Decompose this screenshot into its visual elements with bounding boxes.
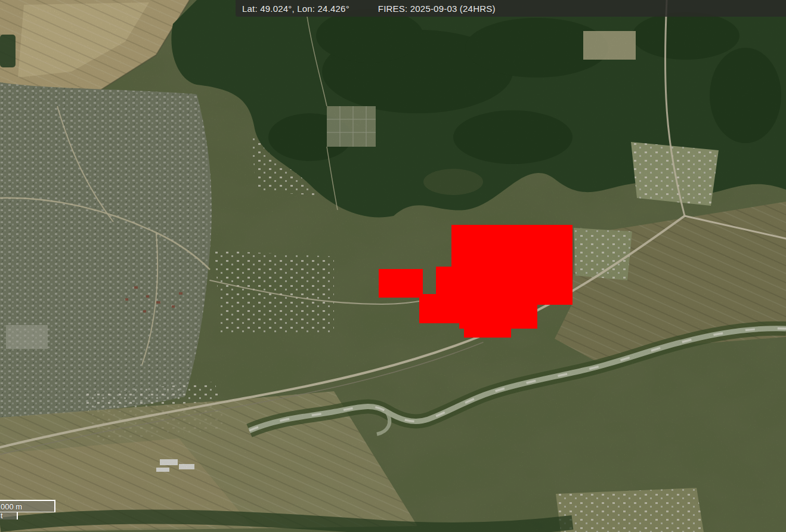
scale-bar: 000 m t bbox=[0, 500, 55, 519]
coordinate-readout: Lat: 49.024°, Lon: 24.426° bbox=[242, 4, 349, 14]
satellite-basemap[interactable] bbox=[0, 0, 786, 532]
scale-metric-label: 000 m bbox=[1, 502, 22, 511]
scale-bar-metric: 000 m bbox=[0, 500, 55, 512]
scale-bar-imperial: t bbox=[0, 512, 18, 519]
fires-date-label: FIRES: 2025-09-03 (24HRS) bbox=[378, 4, 496, 14]
map-info-bar: Lat: 49.024°, Lon: 24.426° FIRES: 2025-0… bbox=[236, 0, 786, 17]
fire-map-viewer: Lat: 49.024°, Lon: 24.426° FIRES: 2025-0… bbox=[0, 0, 786, 532]
scale-imperial-label: t bbox=[1, 511, 3, 520]
imagery-grain bbox=[0, 0, 786, 532]
